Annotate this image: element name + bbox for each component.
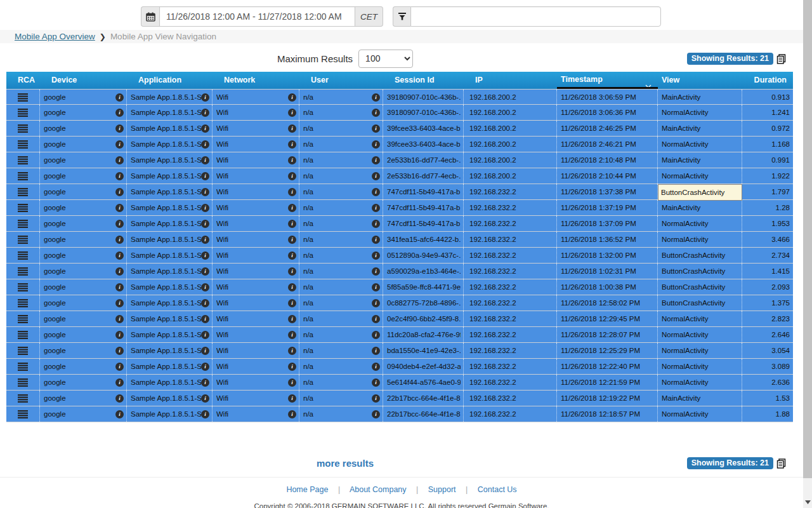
table-row[interactable]: google i Sample App.1.8.5.1-SN i Wifi i … bbox=[6, 391, 793, 406]
device-info-icon[interactable]: i bbox=[115, 251, 124, 260]
network-info-icon[interactable]: i bbox=[288, 299, 296, 307]
rca-list-icon[interactable] bbox=[18, 378, 28, 386]
table-row[interactable]: google i Sample App.1.8.5.1-SN i Wifi i … bbox=[6, 327, 793, 343]
user-info-icon[interactable]: i bbox=[372, 109, 380, 117]
rca-list-icon[interactable] bbox=[18, 298, 28, 307]
rca-list-icon[interactable] bbox=[18, 219, 28, 227]
user-info-icon[interactable]: i bbox=[372, 394, 380, 403]
network-info-icon[interactable]: i bbox=[288, 331, 296, 339]
table-row[interactable]: google i Sample App.1.8.5.1-SN i Wifi i … bbox=[6, 121, 793, 137]
application-info-icon[interactable]: i bbox=[201, 204, 209, 212]
user-info-icon[interactable]: i bbox=[372, 378, 380, 387]
application-info-icon[interactable]: i bbox=[201, 347, 209, 355]
user-info-icon[interactable]: i bbox=[372, 93, 380, 102]
user-info-icon[interactable]: i bbox=[372, 410, 380, 418]
user-info-icon[interactable]: i bbox=[372, 363, 380, 371]
application-info-icon[interactable]: i bbox=[201, 124, 209, 133]
user-info-icon[interactable]: i bbox=[372, 283, 380, 291]
network-info-icon[interactable]: i bbox=[288, 315, 296, 323]
rca-list-icon[interactable] bbox=[18, 267, 28, 275]
table-row[interactable]: google i Sample App.1.8.5.1-SN i Wifi i … bbox=[6, 279, 793, 295]
column-header-device[interactable]: Device bbox=[40, 72, 127, 89]
scrollbar-down-arrow-icon[interactable] bbox=[803, 498, 812, 506]
table-row[interactable]: google i Sample App.1.8.5.1-SN i Wifi i … bbox=[6, 264, 793, 279]
view-cell[interactable]: NormalActivity bbox=[658, 105, 742, 120]
network-info-icon[interactable]: i bbox=[288, 109, 296, 117]
view-cell[interactable]: NormalActivity bbox=[658, 375, 742, 390]
column-header-network[interactable]: Network bbox=[213, 72, 299, 89]
footer-link-home[interactable]: Home Page bbox=[286, 485, 328, 494]
device-info-icon[interactable]: i bbox=[115, 124, 124, 133]
device-info-icon[interactable]: i bbox=[115, 299, 124, 307]
device-info-icon[interactable]: i bbox=[115, 204, 124, 212]
network-info-icon[interactable]: i bbox=[288, 283, 296, 291]
network-info-icon[interactable]: i bbox=[288, 236, 296, 244]
application-info-icon[interactable]: i bbox=[201, 156, 209, 164]
user-info-icon[interactable]: i bbox=[372, 172, 380, 180]
more-results-link[interactable]: more results bbox=[317, 458, 374, 469]
view-cell[interactable]: NormalActivity bbox=[658, 216, 742, 231]
user-info-icon[interactable]: i bbox=[372, 267, 380, 276]
column-header-duration[interactable]: Duration bbox=[742, 72, 793, 89]
view-cell[interactable]: NormalActivity bbox=[658, 232, 742, 247]
user-info-icon[interactable]: i bbox=[372, 315, 380, 323]
filter-input[interactable] bbox=[410, 6, 661, 27]
user-info-icon[interactable]: i bbox=[372, 156, 380, 164]
footer-link-contact[interactable]: Contact Us bbox=[478, 485, 517, 494]
date-range-input[interactable] bbox=[159, 6, 355, 27]
column-header-rca[interactable]: RCA bbox=[6, 72, 40, 89]
rca-list-icon[interactable] bbox=[18, 251, 28, 259]
view-cell[interactable]: ButtonCrashActivity bbox=[658, 295, 742, 311]
table-row[interactable]: google i Sample App.1.8.5.1-SN i Wifi i … bbox=[6, 248, 793, 264]
device-info-icon[interactable]: i bbox=[115, 267, 124, 276]
max-results-select[interactable]: 100 bbox=[358, 50, 413, 68]
device-info-icon[interactable]: i bbox=[115, 156, 124, 164]
column-header-application[interactable]: Application bbox=[127, 72, 213, 89]
table-row[interactable]: google i Sample App.1.8.5.1-SN i Wifi i … bbox=[6, 311, 793, 327]
application-info-icon[interactable]: i bbox=[201, 410, 209, 418]
user-info-icon[interactable]: i bbox=[372, 124, 380, 133]
network-info-icon[interactable]: i bbox=[288, 394, 296, 403]
rca-list-icon[interactable] bbox=[18, 314, 28, 323]
application-info-icon[interactable]: i bbox=[201, 394, 209, 403]
network-info-icon[interactable]: i bbox=[288, 347, 296, 355]
filter-icon[interactable] bbox=[393, 6, 410, 27]
user-info-icon[interactable]: i bbox=[372, 204, 380, 212]
device-info-icon[interactable]: i bbox=[115, 172, 124, 180]
view-cell[interactable]: ButtonCrashActivity bbox=[658, 248, 742, 263]
view-cell[interactable]: NormalActivity bbox=[658, 327, 742, 342]
user-info-icon[interactable]: i bbox=[372, 331, 380, 339]
view-cell[interactable]: ButtonCrashActivity bbox=[658, 184, 742, 201]
footer-link-support[interactable]: Support bbox=[428, 485, 456, 494]
rca-list-icon[interactable] bbox=[18, 187, 28, 196]
view-cell[interactable]: ButtonCrashActivity bbox=[658, 279, 742, 295]
table-row[interactable]: google i Sample App.1.8.5.1-SN i Wifi i … bbox=[6, 168, 793, 184]
rca-list-icon[interactable] bbox=[18, 93, 28, 101]
user-info-icon[interactable]: i bbox=[372, 140, 380, 149]
view-cell[interactable]: NormalActivity bbox=[658, 343, 742, 358]
view-cell[interactable]: NormalActivity bbox=[658, 137, 742, 152]
network-info-icon[interactable]: i bbox=[288, 220, 296, 228]
application-info-icon[interactable]: i bbox=[201, 109, 209, 117]
table-row[interactable]: google i Sample App.1.8.5.1-SN i Wifi i … bbox=[6, 295, 793, 311]
view-cell[interactable]: MainActivity bbox=[658, 152, 742, 168]
column-header-timestamp-sorted[interactable]: Timestamp bbox=[557, 72, 658, 89]
table-row[interactable]: google i Sample App.1.8.5.1-SN i Wifi i … bbox=[6, 216, 793, 232]
table-row[interactable]: google i Sample App.1.8.5.1-SN i Wifi i … bbox=[6, 105, 793, 121]
column-header-view[interactable]: View bbox=[658, 72, 742, 89]
rca-list-icon[interactable] bbox=[18, 394, 28, 402]
rca-list-icon[interactable] bbox=[18, 410, 28, 418]
rca-list-icon[interactable] bbox=[18, 362, 28, 370]
rca-list-icon[interactable] bbox=[18, 346, 28, 354]
user-info-icon[interactable]: i bbox=[372, 220, 380, 228]
device-info-icon[interactable]: i bbox=[115, 378, 124, 387]
table-row[interactable]: google i Sample App.1.8.5.1-SN i Wifi i … bbox=[6, 152, 793, 168]
network-info-icon[interactable]: i bbox=[288, 156, 296, 164]
application-info-icon[interactable]: i bbox=[201, 283, 209, 291]
device-info-icon[interactable]: i bbox=[115, 140, 124, 149]
view-cell[interactable]: MainActivity bbox=[658, 391, 742, 406]
table-row[interactable]: google i Sample App.1.8.5.1-SN i Wifi i … bbox=[6, 89, 793, 105]
view-cell[interactable]: NormalActivity bbox=[658, 168, 742, 184]
rca-list-icon[interactable] bbox=[18, 156, 28, 164]
application-info-icon[interactable]: i bbox=[201, 331, 209, 339]
